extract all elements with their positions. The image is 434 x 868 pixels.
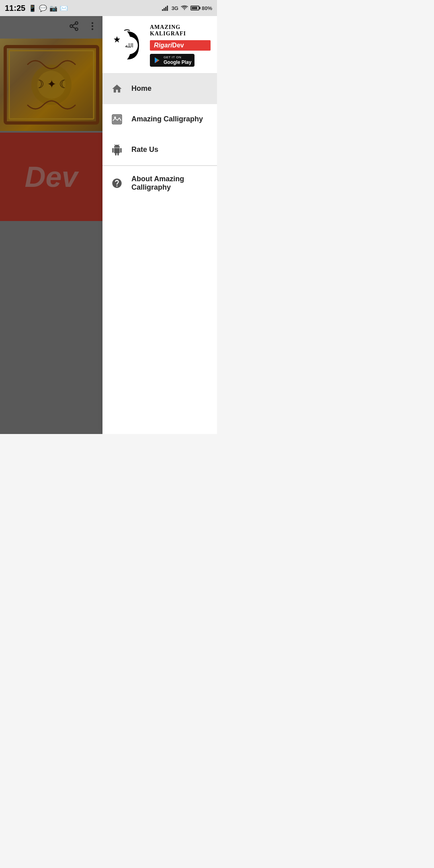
- instagram-icon: 📷: [49, 4, 57, 12]
- google-play-text: GET IT ON Google Play: [164, 55, 191, 65]
- app-logo: الله: [109, 27, 145, 63]
- android-icon: [111, 143, 123, 156]
- app-name: AMAZING KALIGRAFI: [150, 24, 211, 37]
- sidebar-item-rate-us[interactable]: Rate Us: [102, 135, 217, 165]
- signal-icon: [162, 5, 169, 11]
- messenger-icon: ✉️: [60, 4, 68, 12]
- help-icon: [111, 177, 123, 190]
- rigari-text: Rigari: [154, 42, 172, 49]
- svg-rect-3: [167, 6, 168, 11]
- drawer-header-info: AMAZING KALIGRAFI RigariDev: [150, 24, 211, 67]
- content-behind: ☽ ✦ ☾ Dev: [0, 16, 102, 434]
- dev-text-badge: Dev: [172, 42, 184, 49]
- svg-point-24: [114, 117, 116, 119]
- signal-type: 3G: [172, 5, 178, 11]
- drawer-header: الله AMAZING KALIGRAFI RigariDev: [102, 16, 217, 74]
- status-icons: 📱 💬 📷 ✉️: [29, 4, 68, 12]
- svg-rect-1: [164, 8, 165, 11]
- rigari-dev-badge: RigariDev: [150, 40, 211, 51]
- get-it-on-label: GET IT ON: [164, 55, 191, 59]
- image-icon: [111, 113, 123, 126]
- google-play-button[interactable]: GET IT ON Google Play: [150, 54, 194, 67]
- svg-rect-2: [165, 7, 166, 11]
- whatsapp-icon: 📱: [29, 4, 37, 12]
- status-left: 11:25 📱 💬 📷 ✉️: [5, 4, 68, 13]
- battery-level: 80%: [202, 5, 212, 11]
- svg-marker-18: [114, 36, 120, 43]
- sidebar-item-label-home: Home: [131, 84, 151, 93]
- sidebar-item-about[interactable]: About Amazing Calligraphy: [102, 166, 217, 201]
- message-icon: 💬: [39, 4, 47, 12]
- main-container: ☽ ✦ ☾ Dev الله: [0, 16, 217, 434]
- sidebar-item-label-calligraphy: Amazing Calligraphy: [131, 115, 203, 123]
- play-store-icon: [153, 56, 161, 64]
- status-right: 3G 80%: [162, 5, 212, 11]
- navigation-drawer: الله AMAZING KALIGRAFI RigariDev: [102, 16, 217, 434]
- status-bar: 11:25 📱 💬 📷 ✉️ 3G: [0, 0, 217, 16]
- sidebar-item-label-about: About Amazing Calligraphy: [131, 175, 209, 192]
- battery-icon: [190, 6, 199, 10]
- sidebar-item-amazing-calligraphy[interactable]: Amazing Calligraphy: [102, 104, 217, 135]
- status-time: 11:25: [5, 4, 25, 13]
- svg-rect-0: [162, 9, 163, 11]
- sidebar-item-home[interactable]: Home: [102, 74, 217, 104]
- home-icon: [111, 82, 123, 95]
- svg-text:الله: الله: [125, 43, 133, 49]
- google-play-label: Google Play: [164, 59, 191, 65]
- drawer-menu: Home Amazing Calligraphy: [102, 74, 217, 434]
- wifi-icon: [181, 5, 188, 11]
- drawer-overlay: [0, 16, 102, 434]
- sidebar-item-label-rate: Rate Us: [131, 145, 158, 154]
